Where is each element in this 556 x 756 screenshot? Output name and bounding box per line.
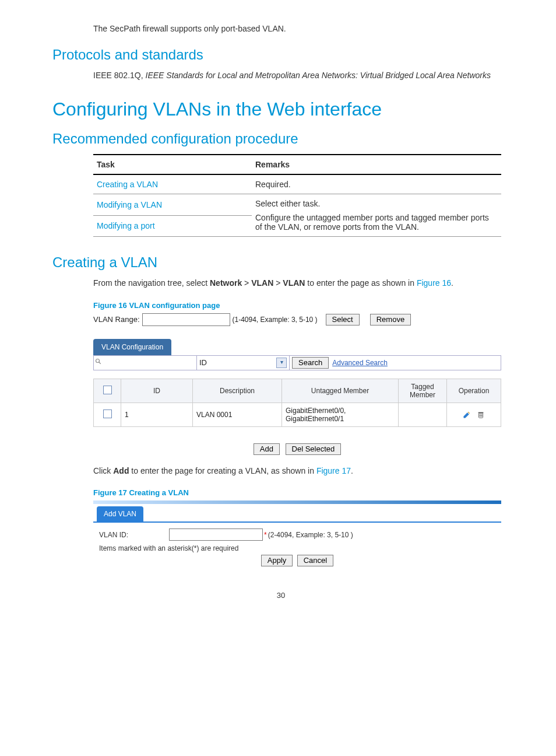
edit-icon[interactable] (463, 411, 471, 419)
advanced-search-link[interactable]: Advanced Search (332, 359, 388, 367)
figure-17-caption: Figure 17 Creating a VLAN (93, 488, 509, 497)
chevron-down-icon: ▾ (276, 358, 287, 368)
nav-vlan: VLAN (283, 278, 305, 288)
col-id: ID (121, 379, 193, 402)
task-remarks: Required. (252, 174, 501, 194)
tab-add-vlan[interactable]: Add VLAN (97, 506, 143, 522)
task-link-create[interactable]: Creating a VLAN (97, 180, 158, 189)
figure-16-link[interactable]: Figure 16 (417, 278, 451, 288)
col-operation: Operation (447, 379, 501, 402)
vlan-id-hint: (2-4094, Example: 3, 5-10 ) (268, 531, 353, 539)
figure-17-link[interactable]: Figure 17 (316, 466, 351, 475)
heading-recommended: Recommended configuration procedure (52, 131, 509, 147)
task-link-modify-vlan[interactable]: Modifying a VLAN (97, 200, 162, 209)
heading-creating-vlan: Creating a VLAN (52, 254, 509, 271)
protocols-italic: IEEE Standards for Local and Metropolita… (146, 71, 491, 80)
vlan-range-hint: (1-4094, Example: 3, 5-10 ) (233, 316, 318, 324)
cell-operation (447, 402, 501, 426)
figure-16-caption: Figure 16 VLAN configuration page (93, 301, 509, 310)
task-remarks: Configure the untagged member ports and … (255, 213, 498, 232)
heading-configuring: Configuring VLANs in the Web interface (52, 99, 509, 120)
table-row: 1 VLAN 0001 GigabitEthernet0/0, GigabitE… (94, 402, 501, 426)
search-row: ID ▾ Search Advanced Search (93, 356, 501, 370)
cell-tagged (399, 402, 447, 426)
cancel-button[interactable]: Cancel (297, 555, 333, 566)
table-row: Modifying a VLAN Select either task. Con… (93, 194, 501, 216)
protocols-prefix: IEEE 802.1Q, (93, 71, 146, 80)
add-button[interactable]: Add (254, 443, 280, 455)
required-asterisk: * (264, 531, 267, 539)
task-remarks: Select either task. (255, 199, 498, 208)
vlan-range-label: VLAN Range: (93, 315, 140, 324)
select-all-checkbox[interactable] (103, 386, 112, 394)
search-field-select[interactable]: ID ▾ (197, 356, 290, 370)
svg-line-1 (99, 362, 101, 364)
vlan-id-input[interactable] (169, 528, 263, 541)
cell-untagged: GigabitEthernet0/0, GigabitEthernet0/1 (282, 402, 399, 426)
nav-vlan: VLAN (251, 278, 273, 288)
vlan-table: ID Description Untagged Member Tagged Me… (93, 379, 501, 427)
page-number: 30 (52, 591, 509, 600)
svg-point-0 (96, 359, 100, 363)
task-table: Task Remarks Creating a VLAN Required. M… (93, 154, 501, 237)
select-button[interactable]: Select (326, 314, 360, 326)
click-add-instruction: Click Add to enter the page for creating… (93, 466, 509, 477)
search-icon (94, 358, 103, 367)
heading-protocols: Protocols and standards (52, 47, 509, 63)
svg-rect-3 (478, 412, 484, 414)
task-head-task: Task (93, 155, 252, 174)
nav-network: Network (210, 278, 242, 288)
search-input[interactable] (103, 356, 197, 370)
tab-bar: VLAN Configuration (93, 339, 501, 356)
required-note: Items marked with an asterisk(*) are req… (99, 544, 495, 552)
search-button[interactable]: Search (292, 357, 329, 369)
trash-icon[interactable] (477, 411, 485, 419)
cell-id: 1 (121, 402, 193, 426)
figure-17: Add VLAN VLAN ID: *(2-4094, Example: 3, … (93, 501, 501, 568)
table-row: Creating a VLAN Required. (93, 174, 501, 194)
protocols-text: IEEE 802.1Q, IEEE Standards for Local an… (93, 70, 509, 82)
row-checkbox[interactable] (103, 410, 112, 418)
task-link-modify-port[interactable]: Modifying a port (97, 221, 155, 230)
vlan-id-label: VLAN ID: (99, 531, 169, 539)
intro-text: The SecPath firewall supports only port-… (93, 23, 509, 35)
tab-vlan-configuration[interactable]: VLAN Configuration (93, 339, 171, 355)
remove-button[interactable]: Remove (370, 314, 411, 326)
apply-button[interactable]: Apply (261, 555, 293, 566)
cell-description: VLAN 0001 (193, 402, 282, 426)
nav-instruction: From the navigation tree, select Network… (93, 278, 509, 289)
task-head-remarks: Remarks (252, 155, 501, 174)
col-tagged: Tagged Member (399, 379, 447, 402)
col-untagged: Untagged Member (282, 379, 399, 402)
col-description: Description (193, 379, 282, 402)
vlan-range-input[interactable] (142, 313, 230, 326)
figure-16: VLAN Range: (1-4094, Example: 3, 5-10 ) … (93, 313, 501, 455)
del-selected-button[interactable]: Del Selected (286, 443, 342, 455)
